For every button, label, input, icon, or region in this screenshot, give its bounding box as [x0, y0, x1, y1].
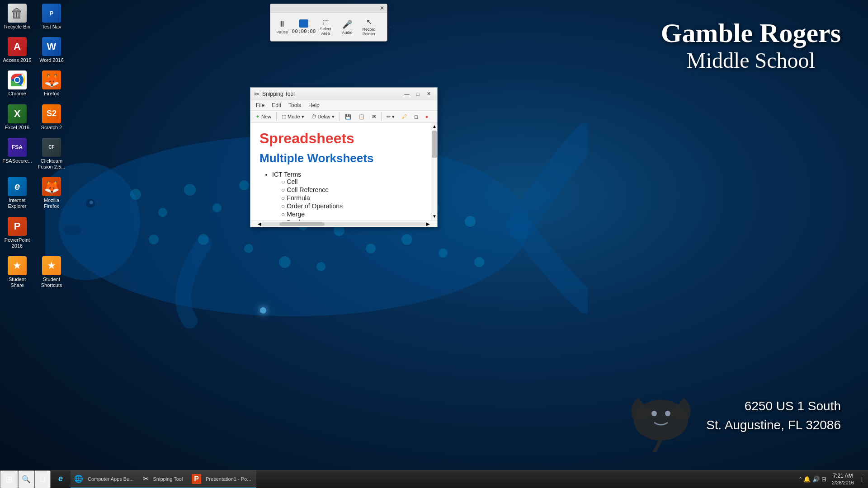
desktop-icon-recycle-bin[interactable]: 🗑 Recycle Bin — [0, 0, 34, 33]
snipping-scrollbar-horizontal[interactable]: ◀ ▶ — [250, 221, 437, 227]
select-area-label: Select Area — [320, 27, 331, 36]
firefox-icon: 🦊 — [42, 70, 61, 89]
desktop-icon-chrome[interactable]: Chrome — [0, 67, 34, 100]
list-item-ict: ICT Terms Cell Cell Reference Formula Or… — [272, 171, 428, 221]
subitem-cell: Cell — [281, 178, 428, 185]
address-line1: 6250 US 1 South — [706, 397, 841, 416]
select-area-button[interactable]: ⬚ Select Area — [317, 16, 334, 38]
pen-dropdown-icon: ▾ — [392, 114, 395, 120]
delay-label: Delay — [318, 114, 330, 119]
desktop-icon-testnav[interactable]: P Test Nav — [34, 0, 69, 33]
desktop-icon-word-2016[interactable]: W Word 2016 — [34, 33, 69, 67]
desktop-icon-powerpoint-2016[interactable]: P PowerPoint 2016 — [0, 213, 34, 253]
snipping-mode-button[interactable]: ⬚ Mode ▾ — [278, 113, 307, 121]
snipping-tool-taskbar-label: Snipping Tool — [151, 476, 185, 482]
snipping-close-button[interactable]: ✕ — [424, 90, 434, 98]
mozilla-icon: 🦊 — [42, 177, 61, 196]
snipping-scrollbar-right[interactable]: ▲ ▼ — [431, 123, 437, 220]
desktop-icon-scratch2[interactable]: S2 Scratch 2 — [34, 101, 69, 134]
audio-label: Audio — [342, 30, 352, 35]
svg-point-22 — [439, 249, 448, 258]
desktop-icon-firefox[interactable]: 🦊 Firefox — [34, 67, 69, 100]
clock-date: 2/28/2016 — [832, 479, 854, 486]
toolbar-expand-button[interactable]: » — [382, 23, 399, 32]
scroll-down-button[interactable]: ▼ — [431, 213, 437, 220]
firefox-label: Firefox — [44, 91, 59, 97]
snipping-minimize-button[interactable]: — — [402, 90, 412, 98]
testnav-label: Test Nav — [42, 24, 61, 30]
school-logo-area: 6250 US 1 South St. Augustine, FL 32086 — [625, 380, 841, 452]
mozilla-label: Mozilla Firefox — [36, 197, 67, 209]
scroll-right-button[interactable]: ▶ — [426, 221, 430, 226]
snipping-window-controls: — □ ✕ — [402, 90, 434, 98]
snipping-maximize-button[interactable]: □ — [413, 90, 423, 98]
snipping-save-button[interactable]: 💾 — [342, 113, 354, 121]
taskbar-clock[interactable]: 7:21 AM 2/28/2016 — [828, 473, 858, 486]
snipping-eraser-button[interactable]: ◻ — [411, 113, 421, 121]
snipping-delay-button[interactable]: ⏱ Delay ▾ — [308, 113, 338, 121]
copy-icon: 📋 — [359, 114, 365, 120]
recycle-bin-label: Recycle Bin — [4, 24, 30, 30]
scroll-left-button[interactable]: ◀ — [258, 221, 261, 226]
snipping-menu-tools[interactable]: Tools — [285, 101, 305, 109]
toolbar-separator — [276, 112, 277, 121]
tray-notification-icon: ⊟ — [821, 476, 826, 483]
desktop-icon-fsa-secure[interactable]: FSA FSASecure... — [0, 134, 34, 174]
ie-icon: e — [8, 177, 27, 196]
svg-point-27 — [90, 201, 93, 204]
record-pointer-button[interactable]: ↖ Record Pointer — [361, 15, 377, 38]
snipping-menu-file[interactable]: File — [252, 101, 268, 109]
desktop-icon-student-shortcuts[interactable]: ★ Student Shortcuts — [34, 253, 69, 292]
audio-button[interactable]: 🎤 Audio — [339, 17, 355, 37]
desktop-icon-mozilla-firefox[interactable]: 🦊 Mozilla Firefox — [34, 174, 69, 213]
desktop-icon-clickteam[interactable]: CF Clickteam Fusion 2.5... — [34, 134, 69, 174]
start-button[interactable]: ⊞ — [0, 470, 18, 488]
snipping-menu-help[interactable]: Help — [305, 101, 323, 109]
highlight-icon: 🖍 — [402, 114, 407, 119]
svg-point-29 — [651, 411, 657, 416]
taskbar-app-edge[interactable]: e — [51, 470, 71, 488]
ie-label: Internet Explorer — [2, 197, 33, 209]
scroll-thumb[interactable] — [432, 131, 437, 158]
desktop-icon-student-share[interactable]: ★ Student Share — [0, 253, 34, 292]
scroll-up-button[interactable]: ▲ — [431, 123, 437, 130]
timer-display: 00:00:00 — [292, 28, 316, 34]
snipping-menu-edit[interactable]: Edit — [268, 101, 285, 109]
taskbar-app-presentation[interactable]: P Presentation1 - Po... — [188, 470, 256, 488]
desktop-icon-internet-explorer[interactable]: e Internet Explorer — [0, 174, 34, 213]
svg-point-30 — [665, 411, 670, 416]
slide-subtitle: Multiple Worksheets — [259, 151, 428, 165]
desktop-icon-excel-2016[interactable]: X Excel 2016 — [0, 101, 34, 134]
show-desktop-button[interactable]: | — [859, 476, 864, 482]
snipping-tool-window: ✂ Snipping Tool — □ ✕ File Edit Tools He… — [250, 87, 438, 227]
task-view-button[interactable]: ❑ — [34, 470, 51, 488]
taskbar-app-computer-apps[interactable]: 🌐 Computer Apps Bu... — [71, 470, 139, 488]
snipping-red-pen-button[interactable]: ● — [422, 113, 432, 121]
snipping-highlight-button[interactable]: 🖍 — [399, 113, 410, 121]
svg-point-8 — [239, 180, 249, 190]
snipping-new-button[interactable]: ✦ New — [252, 112, 274, 121]
svg-point-18 — [366, 244, 376, 253]
snipping-send-button[interactable]: ✉ — [369, 113, 379, 121]
subitem-merge: Merge — [281, 211, 428, 218]
snipping-copy-button[interactable]: 📋 — [355, 113, 368, 121]
desktop-icon-access-2016[interactable]: A Access 2016 — [0, 33, 34, 67]
fsa-label: FSASecure... — [2, 158, 32, 164]
presentation-icon: P — [192, 474, 201, 484]
computer-apps-label: Computer Apps Bu... — [86, 476, 136, 482]
search-button[interactable]: 🔍 — [18, 470, 34, 488]
pause-button[interactable]: ⏸ Pause — [274, 17, 290, 37]
recording-toolbar-body: ⏸ Pause 00:00:00 ⬚ Select Area 🎤 Audio ↖… — [270, 13, 387, 41]
taskbar-tray: ^ 🔔 🔊 ⊟ 7:21 AM 2/28/2016 | — [799, 473, 868, 486]
tray-chevron-icon[interactable]: ^ — [799, 477, 802, 482]
snipping-pen-button[interactable]: ✏ ▾ — [383, 113, 398, 121]
stop-button[interactable]: 00:00:00 — [296, 17, 312, 37]
recording-toolbar-close-button[interactable]: ✕ — [379, 5, 385, 11]
taskbar-pinned-apps: e 🌐 Computer Apps Bu... ✂ Snipping Tool … — [51, 470, 256, 488]
taskbar-app-snipping-tool[interactable]: ✂ Snipping Tool — [139, 470, 189, 488]
pen-icon: ✏ — [387, 114, 391, 120]
student-share-icon: ★ — [8, 256, 27, 275]
snipping-tool-icon: ✂ — [254, 90, 259, 98]
h-scrollbar-thumb[interactable] — [279, 222, 325, 226]
toolbar-separator-2 — [340, 112, 340, 121]
